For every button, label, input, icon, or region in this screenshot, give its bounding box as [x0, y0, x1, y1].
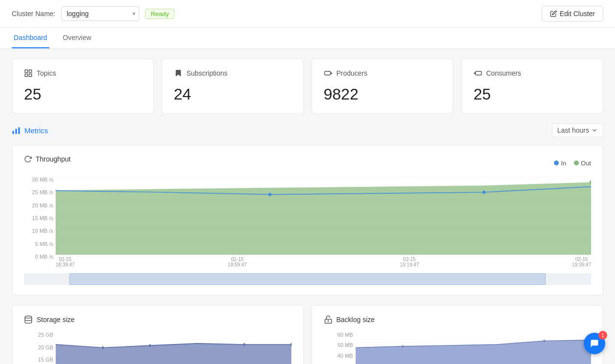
stat-card-subscriptions-header: Subscriptions — [174, 69, 292, 78]
storage-title: Storage size — [24, 315, 292, 324]
chat-icon — [590, 339, 599, 348]
in-dot — [554, 161, 559, 165]
throughput-label: Throughput — [36, 155, 71, 163]
backlog-label: Backlog size — [337, 316, 375, 324]
throughput-chart-header: Throughput In Out — [24, 155, 591, 171]
metrics-title: Metrics — [12, 126, 48, 135]
top-bar: Cluster Name: logging Ready Edit Cluster — [0, 0, 615, 28]
chat-button[interactable]: 1 — [584, 333, 605, 354]
edit-cluster-button[interactable]: Edit Cluster — [542, 6, 603, 21]
storage-icon — [24, 315, 33, 324]
svg-rect-0 — [25, 70, 27, 72]
tab-dashboard[interactable]: Dashboard — [12, 28, 49, 48]
svg-point-20 — [25, 316, 32, 319]
throughput-svg — [56, 177, 591, 255]
svg-rect-1 — [29, 70, 32, 72]
svg-rect-7 — [16, 129, 17, 134]
stat-card-producers: Producers 9822 — [312, 59, 454, 114]
stat-card-subscriptions: Subscriptions 24 — [162, 59, 304, 114]
consumer-icon — [473, 69, 482, 78]
stat-card-topics-header: Topics — [24, 69, 142, 78]
cluster-label: Cluster Name: — [12, 10, 55, 18]
storage-y-axis: 25 GB 20 GB 15 GB 10 GB 5 GB 0 GB — [24, 332, 53, 364]
main-content: Topics 25 Subscriptions 24 Producers 982 — [0, 49, 615, 364]
svg-marker-16 — [56, 182, 591, 255]
pencil-icon — [550, 10, 557, 17]
svg-rect-4 — [324, 71, 330, 75]
svg-rect-5 — [476, 71, 482, 75]
stat-card-consumers: Consumers 25 — [461, 59, 603, 114]
chart-legend: In Out — [554, 160, 591, 167]
svg-point-17 — [268, 193, 272, 196]
time-selector[interactable]: Last hours — [552, 123, 603, 137]
tabs-bar: Dashboard Overview — [0, 28, 615, 49]
backlog-icon — [324, 315, 333, 324]
svg-rect-6 — [13, 131, 14, 134]
metrics-label: Metrics — [24, 126, 48, 135]
legend-in: In — [554, 160, 566, 167]
metrics-section-header: Metrics Last hours — [12, 123, 603, 137]
topics-label: Topics — [37, 69, 56, 77]
bar-chart-icon — [12, 126, 21, 135]
throughput-plot — [56, 177, 591, 255]
svg-point-33 — [328, 321, 329, 322]
storage-chart-section: Storage size 25 GB 20 GB 15 GB 10 GB 5 G… — [12, 305, 304, 364]
storage-chart-area: 25 GB 20 GB 15 GB 10 GB 5 GB 0 GB — [24, 332, 292, 364]
svg-point-28 — [102, 346, 104, 349]
producer-icon — [324, 69, 333, 78]
consumers-value: 25 — [473, 85, 591, 103]
legend-out-label: Out — [581, 160, 591, 167]
backlog-y-axis: 60 MB 50 MB 40 MB 30 MB 20 MB 10 MB 0 MB — [324, 332, 353, 364]
producers-label: Producers — [337, 69, 368, 77]
svg-point-30 — [244, 343, 245, 346]
stat-card-producers-header: Producers — [324, 69, 442, 78]
stat-card-topics: Topics 25 — [12, 59, 154, 114]
bookmark-icon — [174, 69, 183, 78]
topics-value: 25 — [24, 85, 142, 103]
time-selector-label: Last hours — [557, 126, 589, 134]
backlog-plot — [356, 332, 592, 364]
throughput-chart-area: 30 MB /s 25 MB /s 20 MB /s 15 MB /s 10 M… — [24, 177, 591, 269]
cluster-select[interactable]: logging — [61, 6, 139, 21]
refresh-icon — [24, 155, 32, 163]
cluster-name-row: Cluster Name: logging Ready — [12, 6, 174, 21]
notification-badge: 1 — [598, 331, 607, 340]
bottom-charts: Storage size 25 GB 20 GB 15 GB 10 GB 5 G… — [12, 305, 603, 364]
edit-cluster-label: Edit Cluster — [560, 10, 595, 18]
chevron-down-icon — [591, 127, 598, 134]
stats-grid: Topics 25 Subscriptions 24 Producers 982 — [12, 59, 603, 114]
backlog-svg — [356, 332, 592, 364]
status-badge: Ready — [145, 9, 174, 19]
svg-point-43 — [543, 340, 545, 343]
tab-overview[interactable]: Overview — [61, 28, 93, 48]
backlog-chart-area: 60 MB 50 MB 40 MB 30 MB 20 MB 10 MB 0 MB — [324, 332, 592, 364]
grid-icon — [24, 69, 33, 78]
throughput-y-axis: 30 MB /s 25 MB /s 20 MB /s 15 MB /s 10 M… — [24, 177, 53, 260]
svg-point-42 — [402, 345, 403, 348]
backlog-chart-section: Backlog size 60 MB 50 MB 40 MB 30 MB 20 … — [312, 305, 604, 364]
storage-plot — [56, 332, 292, 364]
backlog-title: Backlog size — [324, 315, 592, 324]
svg-point-18 — [483, 191, 486, 194]
svg-marker-41 — [356, 340, 592, 364]
stat-card-consumers-header: Consumers — [473, 69, 591, 78]
storage-label: Storage size — [37, 316, 75, 324]
svg-rect-8 — [19, 127, 20, 134]
cluster-select-wrapper[interactable]: logging — [61, 6, 139, 21]
legend-in-label: In — [561, 160, 566, 167]
throughput-title: Throughput — [24, 155, 71, 163]
minimap-thumb[interactable] — [69, 273, 546, 285]
legend-out: Out — [574, 160, 591, 167]
throughput-minimap[interactable] — [24, 273, 591, 285]
svg-rect-3 — [29, 74, 32, 77]
subscriptions-label: Subscriptions — [187, 69, 228, 77]
throughput-x-axis: 02-1518:39:47 02-1518:59:47 02-1519:19:4… — [56, 255, 591, 269]
storage-svg — [56, 332, 292, 364]
producers-value: 9822 — [324, 85, 442, 103]
svg-point-29 — [149, 344, 151, 347]
subscriptions-value: 24 — [174, 85, 292, 103]
throughput-chart-section: Throughput In Out 30 MB /s 25 MB /s 20 M… — [12, 145, 603, 295]
out-dot — [574, 161, 579, 165]
consumers-label: Consumers — [486, 69, 521, 77]
svg-rect-2 — [25, 74, 27, 77]
